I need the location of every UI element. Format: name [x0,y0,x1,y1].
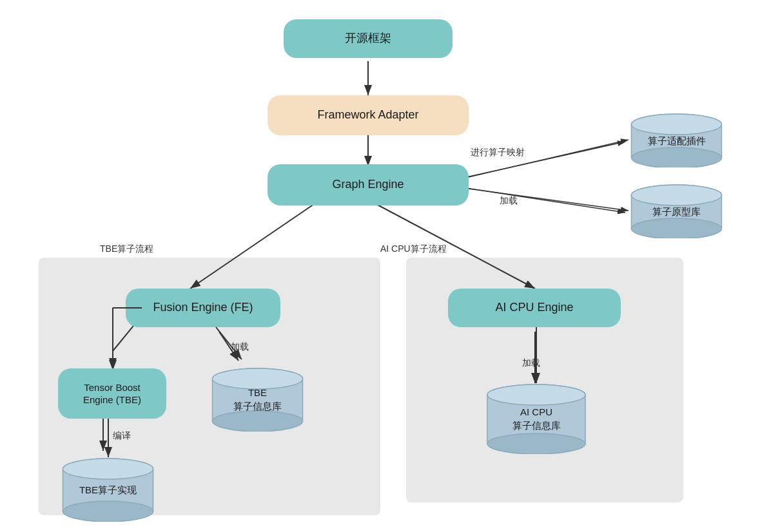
tbe-flow-label: TBE算子流程 [100,243,153,255]
svg-point-39 [487,433,585,454]
compile-label: 编译 [113,430,131,442]
tensor-boost-node: Tensor Boost Engine (TBE) [58,368,166,419]
svg-point-27 [213,411,303,432]
svg-point-24 [632,185,722,205]
load1-label: 加载 [500,195,518,207]
diagram-container: 开源框架 Framework Adapter Graph Engine Fusi… [0,0,769,532]
framework-adapter-node: Framework Adapter [268,95,469,135]
open-source-node: 开源框架 [284,19,453,58]
svg-point-21 [632,218,722,238]
svg-line-45 [469,189,628,211]
tbe-impl-cylinder: TBE算子实现 [58,457,158,522]
load2-label: 加载 [231,341,249,353]
svg-line-7 [458,187,625,213]
svg-point-18 [632,114,722,135]
operator-proto-cylinder: 算子原型库 [627,184,726,238]
operator-mapping-label: 进行算子映射 [471,147,525,158]
tbe-info-cylinder: TBE 算子信息库 [208,367,307,432]
graph-engine-node: Graph Engine [268,164,469,205]
load3-label: 加载 [522,357,540,369]
ai-cpu-engine-node: AI CPU Engine [448,289,621,327]
svg-line-44 [469,140,628,177]
svg-point-33 [63,501,153,522]
svg-point-36 [63,459,153,479]
svg-point-42 [487,385,585,405]
operator-adapter-cylinder: 算子适配插件 [627,113,726,167]
ai-cpu-flow-label: AI CPU算子流程 [380,243,447,255]
svg-point-15 [632,147,722,167]
ai-cpu-info-cylinder: AI CPU 算子信息库 [482,383,590,454]
fusion-engine-node: Fusion Engine (FE) [126,289,280,327]
